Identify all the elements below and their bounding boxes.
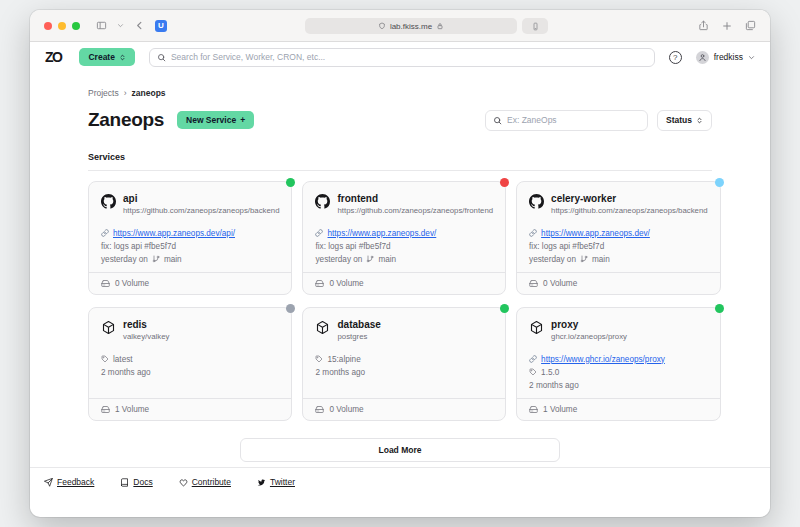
service-tag: 15:alpine <box>327 355 360 364</box>
breadcrumb-separator: › <box>124 88 127 98</box>
status-dot <box>286 304 295 313</box>
new-tab-icon[interactable] <box>722 21 732 31</box>
service-updated: 2 months ago <box>529 380 707 390</box>
tag-icon <box>529 368 537 376</box>
service-card-proxy[interactable]: proxy ghcr.io/zaneops/proxy https://www.… <box>516 307 720 421</box>
service-updated: 2 months ago <box>315 367 493 377</box>
service-url-link[interactable]: https://www.app.zaneops.dev/ <box>327 229 436 238</box>
sidebar-chevron-icon[interactable] <box>117 22 124 29</box>
user-menu[interactable]: fredkiss <box>696 51 755 64</box>
service-tag: 1.5.0 <box>541 368 559 377</box>
service-branch: main <box>592 255 610 264</box>
service-card-frontend[interactable]: frontend https://github.com/zaneops/zane… <box>302 181 506 295</box>
book-icon <box>120 478 129 487</box>
tab-overview-icon[interactable] <box>745 20 756 31</box>
service-source: https://github.com/zaneops/zaneops/front… <box>337 206 493 215</box>
status-dropdown[interactable]: Status <box>657 110 712 131</box>
minimize-window-button[interactable] <box>58 22 66 30</box>
search-icon <box>157 53 166 62</box>
service-card-celery-worker[interactable]: celery-worker https://github.com/zaneops… <box>516 181 720 295</box>
status-label: Status <box>666 115 692 125</box>
reader-icon <box>531 22 540 31</box>
global-search-input[interactable] <box>171 52 647 62</box>
close-window-button[interactable] <box>44 22 52 30</box>
help-button[interactable]: ? <box>669 51 682 64</box>
footer-link-contribute[interactable]: Contribute <box>179 477 231 487</box>
zaneops-logo[interactable]: ZO <box>45 49 61 65</box>
container-image-icon <box>529 320 544 335</box>
new-service-label: New Service <box>186 115 236 125</box>
send-icon <box>44 478 53 487</box>
zoom-window-button[interactable] <box>72 22 80 30</box>
window-controls[interactable] <box>44 22 80 30</box>
breadcrumb-current[interactable]: zaneops <box>132 88 166 98</box>
service-card-api[interactable]: api https://github.com/zaneops/zaneops/b… <box>88 181 292 295</box>
service-name: proxy <box>551 319 627 330</box>
service-volume: 0 Volume <box>329 405 363 414</box>
share-icon[interactable] <box>698 20 709 31</box>
container-image-icon <box>101 320 116 335</box>
service-commit: fix: logs api #fbe5f7d <box>315 241 493 251</box>
service-name: api <box>123 193 279 204</box>
git-branch-icon <box>152 255 160 263</box>
back-button-icon[interactable] <box>134 20 145 31</box>
git-branch-icon <box>366 255 374 263</box>
service-volume: 1 Volume <box>115 405 149 414</box>
status-dot <box>286 178 295 187</box>
breadcrumb: Projects › zaneops <box>88 88 712 98</box>
service-card-redis[interactable]: redis valkey/valkey latest 2 months ago <box>88 307 292 421</box>
chevron-down-icon <box>748 54 755 61</box>
site-footer: Feedback Docs Contribute Twitter <box>30 467 770 517</box>
breadcrumb-projects[interactable]: Projects <box>88 88 119 98</box>
volume-icon <box>101 405 110 414</box>
link-icon <box>529 229 537 237</box>
service-name: celery-worker <box>551 193 707 204</box>
volume-icon <box>315 405 324 414</box>
service-card-database[interactable]: database postgres 15:alpine 2 months ago <box>302 307 506 421</box>
service-name: database <box>337 319 380 330</box>
service-filter[interactable] <box>485 110 648 131</box>
lock-icon <box>436 22 444 30</box>
volume-icon <box>101 279 110 288</box>
footer-link-docs[interactable]: Docs <box>120 477 152 487</box>
load-more-button[interactable]: Load More <box>240 438 560 462</box>
volume-icon <box>315 279 324 288</box>
footer-link-feedback[interactable]: Feedback <box>44 477 94 487</box>
footer-link-twitter[interactable]: Twitter <box>257 477 295 487</box>
link-icon <box>529 355 537 363</box>
github-icon <box>315 194 330 209</box>
service-commit: fix: logs api #fbe5f7d <box>529 241 707 251</box>
global-search[interactable] <box>149 48 655 67</box>
address-bar[interactable]: lab.fkiss.me <box>305 18 517 34</box>
app-header: ZO Create ? fredkiss <box>30 42 770 72</box>
service-url-link[interactable]: https://www.ghcr.io/zaneops/proxy <box>541 355 665 364</box>
volume-icon <box>529 405 538 414</box>
github-icon <box>101 194 116 209</box>
service-updated: yesterday on <box>315 255 362 264</box>
chevrons-up-down-icon <box>696 117 703 124</box>
new-service-button[interactable]: New Service + <box>177 111 254 129</box>
service-name: redis <box>123 319 169 330</box>
sidebar-toggle-icon[interactable] <box>96 20 107 31</box>
service-filter-input[interactable] <box>507 115 640 125</box>
url-text: lab.fkiss.me <box>390 22 432 31</box>
link-icon <box>101 229 109 237</box>
privacy-shield-icon <box>378 22 386 30</box>
service-url-link[interactable]: https://www.app.zaneops.dev/ <box>541 229 650 238</box>
browser-window: U lab.fkiss.me ZO Create ? fredkiss <box>30 10 770 517</box>
service-updated: yesterday on <box>529 255 576 264</box>
create-button[interactable]: Create <box>79 48 134 66</box>
services-grid: api https://github.com/zaneops/zaneops/b… <box>88 181 712 421</box>
service-volume: 0 Volume <box>543 279 577 288</box>
extension-icon[interactable]: U <box>155 20 167 32</box>
services-divider <box>88 170 712 171</box>
service-source: postgres <box>337 332 380 341</box>
page-title: Zaneops <box>88 109 164 131</box>
container-image-icon <box>315 320 330 335</box>
service-commit: fix: logs api #fbe5f7d <box>101 241 279 251</box>
service-url-link[interactable]: https://www.app.zaneops.dev/api/ <box>113 229 235 238</box>
username: fredkiss <box>714 52 743 62</box>
reader-mode-button[interactable] <box>522 18 548 34</box>
tag-icon <box>101 355 109 363</box>
service-volume: 0 Volume <box>115 279 149 288</box>
